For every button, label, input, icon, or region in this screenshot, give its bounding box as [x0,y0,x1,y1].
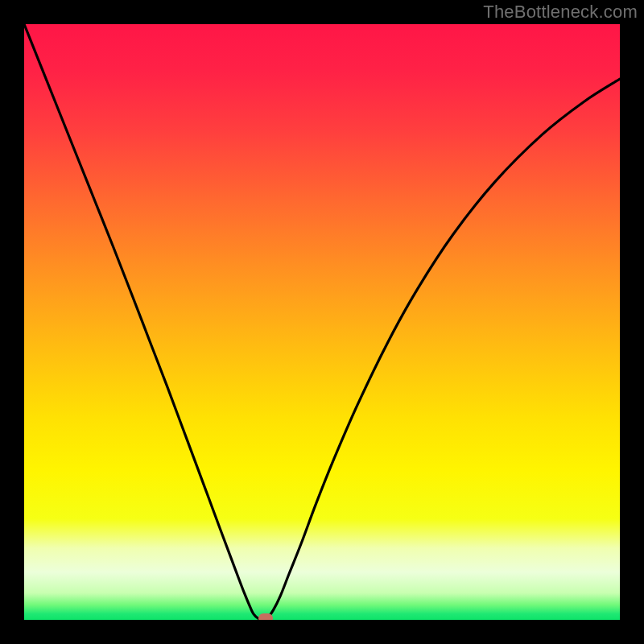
chart-area [24,24,620,620]
svg-rect-0 [24,24,620,620]
watermark-text: TheBottleneck.com [483,2,638,23]
chart-background-gradient [24,24,620,620]
optimal-point-marker [258,613,273,620]
